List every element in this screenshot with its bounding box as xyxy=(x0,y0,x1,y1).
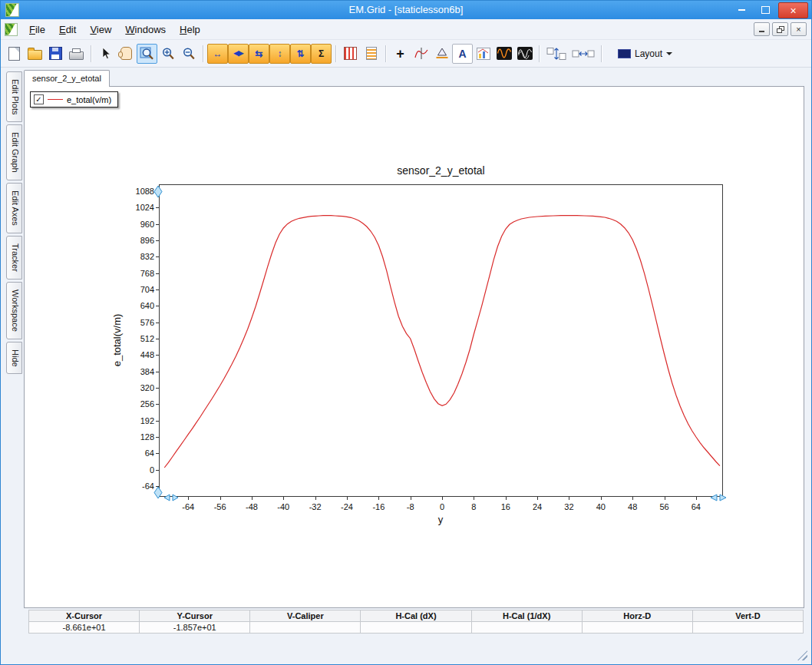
titlebar: EM.Grid - [staticlesson6b] × xyxy=(1,1,811,19)
y-tick-label: 768 xyxy=(117,268,154,279)
layout-dropdown[interactable]: Layout xyxy=(612,45,678,62)
axis-handle-bottom-left-2[interactable] xyxy=(163,494,179,501)
x-tick-mark xyxy=(442,497,443,500)
zoom-window-button[interactable] xyxy=(137,44,157,64)
legend-line-sample xyxy=(48,99,63,100)
toolbar-separator xyxy=(335,45,336,62)
y-tick-label: 512 xyxy=(117,333,154,344)
x-tick-label: -40 xyxy=(277,502,289,511)
y-tick-mark xyxy=(156,388,159,389)
toolbar-separator xyxy=(539,45,540,62)
cross-marker-button[interactable]: + xyxy=(390,44,411,64)
document-tab[interactable]: sensor_2_y_etotal xyxy=(24,70,110,87)
legend-checkbox[interactable]: ✓ xyxy=(34,94,44,104)
status-header-h-cal-1dx: H-Cal (1/dX) xyxy=(471,610,582,622)
y-tick-label: 256 xyxy=(117,399,154,409)
minimize-icon xyxy=(738,9,745,11)
select-pointer-button[interactable] xyxy=(95,44,116,64)
x-tick-mark xyxy=(188,497,189,500)
x-tick-mark xyxy=(220,497,221,500)
maximize-button[interactable] xyxy=(754,2,777,17)
y-tick-mark xyxy=(156,289,159,290)
x-tick-mark xyxy=(315,497,316,500)
y-tick-mark xyxy=(156,339,159,339)
y-tick-mark xyxy=(156,224,159,225)
text-annotation-button[interactable]: A xyxy=(452,44,473,64)
open-file-button[interactable] xyxy=(25,44,45,64)
menu-help[interactable]: Help xyxy=(173,21,207,38)
plot-box[interactable] xyxy=(159,184,723,497)
autoscale-vertical-button[interactable]: Σ xyxy=(311,44,332,64)
child-close-button[interactable]: × xyxy=(791,22,807,36)
x-tick-mark xyxy=(569,497,569,500)
x-tick-label: -48 xyxy=(246,502,258,511)
horizontal-markers-button[interactable] xyxy=(569,44,597,64)
save-button[interactable] xyxy=(45,44,66,64)
x-tick-label: 32 xyxy=(564,502,573,511)
y-tick-mark xyxy=(156,323,159,323)
fft-view-button[interactable] xyxy=(493,44,514,64)
menu-windows[interactable]: Windows xyxy=(118,21,173,38)
data-sheet-button[interactable] xyxy=(361,44,381,64)
print-button[interactable] xyxy=(66,44,87,64)
child-window-controls: × xyxy=(754,22,807,36)
status-value-v-caliper xyxy=(250,622,361,634)
side-tab-strip: Edit Plots Edit Graph Edit Axes Tracker … xyxy=(6,71,22,374)
axis-handle-top-left[interactable] xyxy=(153,185,163,198)
legend-label: e_total(v/m) xyxy=(67,95,111,104)
vertical-markers-button[interactable] xyxy=(543,44,569,64)
shift-vertical-button[interactable]: ⇅ xyxy=(290,44,311,64)
data-columns-button[interactable] xyxy=(340,44,361,64)
axis-handle-bottom-left[interactable] xyxy=(153,486,163,499)
resize-grip[interactable] xyxy=(797,650,807,660)
plot-canvas: ✓ e_total(v/m) sensor_2_y_etotal e_total… xyxy=(24,86,804,608)
sidebar-tab-tracker[interactable]: Tracker xyxy=(6,236,22,280)
x-tick-mark xyxy=(347,497,348,500)
sidebar-tab-edit-plots[interactable]: Edit Plots xyxy=(6,71,22,122)
x-tick-label: -24 xyxy=(341,502,353,511)
insert-graph-button[interactable] xyxy=(473,44,493,64)
shift-horizontal-button[interactable]: ◀▶ xyxy=(228,44,249,64)
x-tick-label: -64 xyxy=(182,502,194,511)
document-tab-label: sensor_2_y_etotal xyxy=(32,74,101,83)
menu-edit[interactable]: Edit xyxy=(52,21,83,38)
zoom-in-button[interactable] xyxy=(157,44,178,64)
x-tick-label: 40 xyxy=(596,502,606,511)
new-file-button[interactable] xyxy=(4,44,25,64)
minimize-button[interactable] xyxy=(731,2,753,17)
x-axis-label: y xyxy=(438,514,444,525)
x-tick-label: 0 xyxy=(440,502,444,511)
tracker-tool-button[interactable] xyxy=(411,44,431,64)
child-restore-button[interactable] xyxy=(772,22,788,36)
x-tick-mark xyxy=(665,497,665,500)
legend: ✓ e_total(v/m) xyxy=(30,91,118,108)
axis-handle-bottom-right[interactable] xyxy=(710,494,727,501)
status-header-vert-d: Vert-D xyxy=(692,610,803,622)
x-tick-label: 24 xyxy=(533,502,542,511)
y-tick-label: 1024 xyxy=(117,202,154,213)
chevron-down-icon xyxy=(666,52,672,58)
zoom-out-button[interactable] xyxy=(178,44,199,64)
child-minimize-button[interactable] xyxy=(754,22,770,36)
x-tick-label: 16 xyxy=(501,502,510,511)
close-button[interactable]: × xyxy=(778,2,808,18)
pan-hand-button[interactable] xyxy=(116,44,137,64)
caliper-tool-button[interactable] xyxy=(431,44,452,64)
expand-vertical-button[interactable]: ↕ xyxy=(269,44,290,64)
y-tick-mark xyxy=(156,453,159,454)
layout-icon xyxy=(618,49,631,58)
sidebar-tab-hide[interactable]: Hide xyxy=(6,342,22,375)
toolbar-separator xyxy=(385,45,386,62)
fit-horizontal-button[interactable]: ⇆ xyxy=(249,44,269,64)
toolbar-buttons: ↔◀▶⇆↕⇅Σ+A xyxy=(4,44,606,64)
status-header-x-cursor: X-Cursor xyxy=(29,610,140,622)
menu-file[interactable]: File xyxy=(22,21,52,38)
waveform-view-button[interactable] xyxy=(514,44,535,64)
expand-horizontal-button[interactable]: ↔ xyxy=(207,44,228,64)
menu-view[interactable]: View xyxy=(83,21,118,38)
x-tick-label: 8 xyxy=(471,502,476,511)
x-tick-mark xyxy=(378,497,379,500)
sidebar-tab-workspace[interactable]: Workspace xyxy=(6,282,22,339)
sidebar-tab-edit-graph[interactable]: Edit Graph xyxy=(6,124,22,180)
sidebar-tab-edit-axes[interactable]: Edit Axes xyxy=(6,183,22,233)
